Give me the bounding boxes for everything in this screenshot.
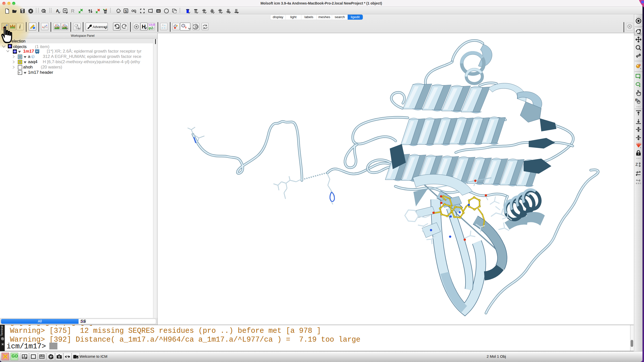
svg-text:E S C: E S C bbox=[636, 182, 641, 185]
svg-text:S: S bbox=[125, 9, 127, 13]
svg-text:M: M bbox=[36, 50, 38, 53]
svg-text:N: N bbox=[183, 25, 184, 26]
svg-text:R: R bbox=[71, 9, 75, 14]
svg-text:N: N bbox=[175, 25, 176, 27]
svg-text:HD: HD bbox=[157, 10, 160, 12]
svg-text:P: P bbox=[32, 56, 33, 58]
svg-text:‹›: ‹› bbox=[19, 71, 20, 74]
svg-text:i: i bbox=[19, 24, 21, 29]
svg-text:Z: Z bbox=[635, 162, 638, 167]
svg-text:SS: SS bbox=[80, 319, 86, 324]
